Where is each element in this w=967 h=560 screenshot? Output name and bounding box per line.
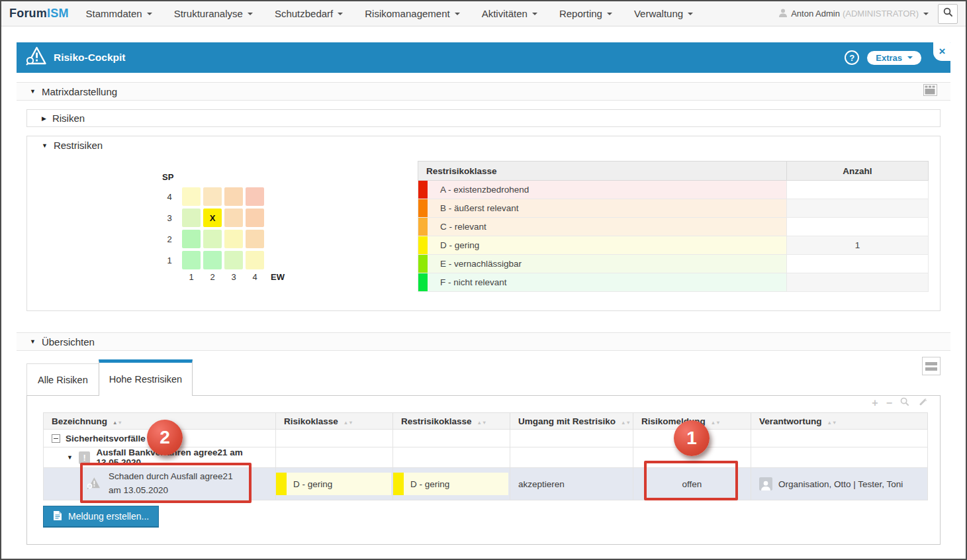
nav-menu-risikomanagement[interactable]: Risikomanagement (365, 8, 459, 19)
class-count (787, 218, 929, 236)
matrix-cell (246, 187, 264, 206)
column-header[interactable]: Umgang mit Restrisiko▲▼ (510, 413, 633, 430)
page-title: Risiko-Cockpit (54, 52, 126, 64)
user-menu[interactable]: Anton Admin (ADMINISTRATOR) (779, 9, 929, 19)
close-button[interactable]: × (933, 42, 951, 61)
help-button[interactable]: ? (845, 50, 859, 65)
matrix-cell (224, 209, 243, 227)
risk-table-header-row: Bezeichnung▲▼Risikoklasse▲▼Restrisikokla… (44, 413, 928, 430)
matrix-cell (224, 187, 243, 206)
matrix-cell (203, 251, 222, 269)
section-uebersichten[interactable]: ▼ Übersichten (17, 332, 950, 351)
column-header[interactable]: Verantwortung▲▼ (751, 413, 928, 430)
sort-icons[interactable]: ▲▼ (711, 420, 721, 426)
class-count (787, 255, 929, 273)
overview-tabs: Alle Risiken Hohe Restrisiken (26, 359, 941, 395)
restrisiko-class-row: F - nicht relevant (418, 273, 929, 292)
class-label: D - gering (440, 240, 479, 250)
user-icon (779, 9, 787, 19)
high-risk-tab-panel: + − Bezeichnung▲▼Risikoklasse▲▼Restrisik… (26, 395, 941, 545)
grid-toolbar: + − (872, 397, 927, 409)
class-count (787, 199, 929, 218)
matrix-col-label: 4 (246, 272, 264, 282)
restrisiko-class-row: A - existenzbedrohend (418, 181, 929, 199)
document-icon (53, 510, 62, 523)
risk-title[interactable]: Schaden durch Ausfall agree21 am 13.05.2… (109, 470, 244, 498)
column-header[interactable]: Restrisikoklasse▲▼ (393, 413, 510, 430)
umgang-value: akzeptieren (510, 479, 633, 489)
class-color-strip (418, 199, 428, 217)
top-navigation-bar: ForumISM StammdatenStrukturanalyseSchutz… (1, 1, 966, 26)
nav-menu-schutzbedarf[interactable]: Schutzbedarf (275, 8, 343, 19)
user-role: (ADMINISTRATOR) (843, 9, 919, 19)
collapse-icon[interactable] (52, 434, 60, 443)
search-button[interactable] (938, 4, 958, 24)
matrix-col-label: 2 (203, 272, 222, 282)
add-icon[interactable]: + (872, 397, 878, 409)
page-content: Risiko-Cockpit ? Extras × ▼ Matrixdarste… (1, 42, 966, 545)
matrix-row-label: 2 (161, 234, 178, 244)
matrix-cell (224, 251, 243, 269)
sort-icons[interactable]: ▲▼ (477, 420, 487, 426)
group-row-sicherheitsvorfaelle: Sicherheitsvorfälle (44, 430, 928, 447)
matrix-col-label: 3 (224, 272, 243, 282)
class-color-strip (418, 236, 428, 254)
column-header[interactable]: Risikoklasse▲▼ (276, 413, 393, 430)
caret-down-icon: ▼ (42, 142, 48, 149)
nav-menu-stammdaten[interactable]: Stammdaten (86, 8, 152, 19)
nav-menu-verwaltung[interactable]: Verwaltung (634, 8, 693, 19)
risk-data-row[interactable]: Schaden durch Ausfall agree21 am 13.05.2… (44, 468, 928, 500)
sort-icons[interactable]: ▲▼ (344, 420, 353, 426)
matrix-row-label: 1 (161, 256, 178, 265)
app-logo[interactable]: ForumISM (9, 7, 69, 21)
remove-icon[interactable]: − (886, 397, 892, 409)
list-view-icon[interactable] (922, 357, 941, 375)
nav-menu-aktivitäten[interactable]: Aktivitäten (482, 8, 537, 19)
class-label: F - nicht relevant (440, 277, 507, 287)
restrisiko-class-row: B - äußerst relevant (418, 199, 929, 218)
column-header[interactable]: Risikomeldung▲▼ (633, 413, 751, 430)
matrix-cell (182, 187, 201, 206)
sort-icons[interactable]: ▲▼ (113, 420, 122, 426)
matrix-y-axis-label: SP (162, 172, 285, 182)
class-count: 1 (787, 236, 929, 255)
table-view-icon[interactable] (923, 84, 937, 99)
wrench-icon[interactable] (917, 397, 927, 409)
panel-risiken-collapsed[interactable]: ▶ Risiken (26, 109, 941, 127)
create-report-button[interactable]: Meldung erstellen... (43, 506, 159, 528)
class-color-strip (418, 255, 428, 273)
tab-hohe-restrisiken[interactable]: Hohe Restrisiken (99, 359, 193, 396)
matrix-row-label: 3 (161, 213, 178, 223)
chevron-down-icon (248, 13, 253, 18)
high-risk-table: Bezeichnung▲▼Risikoklasse▲▼Restrisikokla… (43, 412, 928, 500)
matrix-cell-marked: X (203, 209, 222, 227)
close-icon: × (939, 45, 946, 58)
tab-alle-risiken[interactable]: Alle Risiken (26, 363, 99, 395)
class-label: A - existenzbedrohend (440, 185, 529, 195)
nav-menu-strukturanalyse[interactable]: Strukturanalyse (174, 8, 253, 19)
sort-icons[interactable]: ▲▼ (621, 420, 631, 426)
class-label: E - vernachlässigbar (440, 259, 522, 269)
group-label: Ausfall Bankverfahren agree21 am 13.05.2… (96, 447, 275, 467)
matrix-cell (203, 230, 222, 248)
panel-restrisiken: ▼ Restrisiken SP 43X211234EW Restrisikok… (26, 136, 941, 311)
nav-menu-reporting[interactable]: Reporting (559, 8, 612, 19)
caret-down-icon[interactable]: ▼ (67, 454, 73, 461)
sort-icons[interactable]: ▲▼ (827, 420, 837, 426)
chevron-down-icon (688, 13, 693, 18)
restrisikoklasse-badge: D - gering (393, 473, 508, 495)
column-header[interactable]: Bezeichnung▲▼ (44, 413, 276, 430)
matrix-cell (182, 251, 201, 269)
section-matrixdarstellung[interactable]: ▼ Matrixdarstellung (17, 82, 950, 101)
class-table-header-row: Restrisikoklasse Anzahl (418, 162, 929, 181)
matrix-cell (246, 230, 264, 248)
class-color-strip (418, 181, 428, 199)
risk-matrix: SP 43X211234EW (161, 172, 285, 285)
panel-restrisiken-header[interactable]: ▼ Restrisiken (27, 136, 940, 151)
risk-matrix-grid: 43X211234EW (161, 187, 285, 282)
magnifier-icon[interactable] (900, 397, 909, 409)
matrix-x-axis-label: EW (271, 272, 285, 282)
extras-button[interactable]: Extras (867, 51, 921, 65)
restrisiko-class-table-body: A - existenzbedrohend B - äußerst releva… (418, 181, 929, 292)
cockpit-actions: ? Extras (845, 50, 941, 65)
